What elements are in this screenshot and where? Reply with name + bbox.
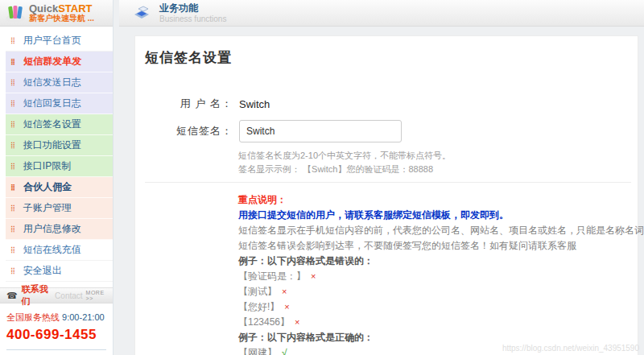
sidebar-item-label: 合伙人佣金 [23, 180, 72, 194]
sidebar-item-sms-bulk-send[interactable]: ⣿短信群发单发 [6, 52, 113, 72]
username-value: Switch [239, 98, 270, 110]
topbar-title: 业务功能 [159, 2, 226, 14]
sidebar-item-send-log[interactable]: ⣿短信发送日志 [6, 72, 113, 93]
signature-hints: 短信签名长度为2-10个中英文字符，不能带标点符号。 签名显示示例： 【Swit… [238, 149, 451, 176]
grid-bullet-icon: ⣿ [10, 122, 15, 128]
signature-hint-length: 短信签名长度为2-10个中英文字符，不能带标点符号。 [238, 149, 451, 163]
sidebar-item-partner-commission[interactable]: ⣿合伙人佣金 [6, 177, 113, 198]
contact-more-link[interactable]: MORE >> [86, 290, 109, 301]
topbar-subtitle: Business functions [159, 14, 226, 23]
cross-mark-icon: × [311, 271, 316, 281]
logo-title-gray: Quick [29, 2, 58, 14]
contact-header: ☎ 联系我们 Contact MORE >> [0, 287, 113, 303]
contact-title: 联系我们 [22, 283, 52, 308]
sidebar-item-api-settings[interactable]: ⣿接口功能设置 [6, 135, 113, 156]
grid-bullet-icon: ⣿ [10, 101, 15, 107]
logo-bar: QuickSTART 新客户快速导航 ... [0, 0, 113, 27]
wrong-example-text: 【123456】 [238, 316, 290, 328]
contact-body: 全国服务热线 9:00-21:00 400-699-1455 在线企业QQ： 4… [0, 303, 113, 355]
sidebar-item-label: 接口IP限制 [23, 159, 71, 173]
main-content-panel: 短信签名设置 用 户 名： Switch 短信签名： 短信签名长度为2-10个中… [134, 35, 638, 355]
sidebar-item-label: 短信在线充值 [23, 243, 81, 257]
notes-paragraph-2: 短信签名错误会影响到达率，不要随便签写您的短信签名！如有疑问请联系客服 [238, 238, 644, 254]
sidebar-item-label: 安全退出 [23, 264, 62, 278]
grid-bullet-icon: ⣿ [10, 142, 15, 149]
sidebar-item-label: 用户平台首页 [23, 34, 81, 47]
logo-text: QuickSTART 新客户快速导航 ... [29, 3, 94, 23]
notes-section: 重点说明： 用接口提交短信的用户，请联系客服绑定短信模板，即发即到。 短信签名显… [238, 192, 644, 355]
sidebar-item-label: 短信签名设置 [23, 118, 81, 131]
sidebar-item-api-ip-limit[interactable]: ⣿接口IP限制 [6, 156, 113, 177]
grid-bullet-icon: ⣿ [10, 226, 15, 233]
sidebar-item-reply-log[interactable]: ⣿短信回复日志 [6, 93, 113, 114]
telephone-icon: ☎ [6, 291, 18, 301]
grid-bullet-icon: ⣿ [10, 38, 15, 44]
logo-subtitle: 新客户快速导航 ... [29, 14, 94, 23]
hotline-label: 全国服务热线 [6, 312, 60, 322]
notes-subheading: 用接口提交短信的用户，请联系客服绑定短信模板，即发即到。 [238, 208, 644, 223]
cross-mark-icon: × [282, 287, 287, 296]
signature-input[interactable] [239, 120, 402, 142]
sidebar-item-label: 短信回复日志 [23, 97, 81, 110]
wrong-example-item: 【测试】× [238, 284, 644, 299]
grid-bullet-icon: ⣿ [10, 205, 15, 212]
topbar-text: 业务功能 Business functions [159, 2, 226, 23]
signature-label: 短信签名： [135, 124, 233, 138]
contact-title-en: Contact [55, 291, 82, 300]
books-icon [5, 3, 26, 23]
watermark: https://blog.csdn.net/weixin_43951590 [502, 344, 639, 353]
username-label: 用 户 名： [135, 97, 233, 111]
wrong-example-text: 【测试】 [238, 286, 277, 297]
notes-heading: 重点说明： [238, 192, 644, 208]
grid-bullet-icon: ⣿ [10, 247, 15, 254]
grid-bullet-icon: ⣿ [10, 59, 15, 65]
logo-title-orange: START [58, 2, 92, 14]
sidebar-item-label: 用户信息修改 [23, 222, 81, 236]
sidebar-item-label: 接口功能设置 [23, 138, 81, 152]
sidebar-item-label: 短信发送日志 [23, 76, 81, 89]
sidebar-item-signature-settings[interactable]: ⣿短信签名设置 [6, 114, 113, 135]
sidebar-item-label: 短信群发单发 [23, 55, 81, 68]
signature-row: 短信签名： [135, 120, 402, 142]
sidebar-item-label: 子账户管理 [23, 201, 72, 215]
grid-bullet-icon: ⣿ [10, 163, 15, 170]
wrong-examples-heading: 例子：以下内容格式是错误的： [238, 254, 644, 269]
wrong-example-text: 【您好!】 [238, 301, 279, 312]
sidebar-menu: ⣿用户平台首页 ⣿短信群发单发 ⣿短信发送日志 ⣿短信回复日志 ⣿短信签名设置 … [0, 27, 113, 282]
sidebar-item-logout[interactable]: ⣿安全退出 [6, 261, 113, 282]
grid-bullet-icon: ⣿ [10, 80, 15, 86]
topbar: 业务功能 Business functions [119, 0, 644, 27]
contact-section: ☎ 联系我们 Contact MORE >> 全国服务热线 9:00-21:00… [0, 287, 113, 355]
wrong-example-item: 【验证码是：】× [238, 269, 644, 284]
sidebar: QuickSTART 新客户快速导航 ... ⣿用户平台首页 ⣿短信群发单发 ⣿… [0, 0, 114, 355]
sidebar-item-online-recharge[interactable]: ⣿短信在线充值 [6, 240, 113, 261]
username-row: 用 户 名： Switch [135, 97, 270, 111]
right-example-text: 【网建】 [238, 347, 277, 355]
page: QuickSTART 新客户快速导航 ... ⣿用户平台首页 ⣿短信群发单发 ⣿… [0, 0, 644, 355]
hotline-hours: 9:00-21:00 [62, 312, 105, 322]
logo-title: QuickSTART [29, 3, 94, 14]
check-mark-icon: √ [282, 347, 287, 355]
sidebar-item-user-info-edit[interactable]: ⣿用户信息修改 [6, 219, 113, 240]
cross-mark-icon: × [284, 302, 289, 312]
blue-box-icon [132, 3, 151, 23]
sidebar-item-user-home[interactable]: ⣿用户平台首页 [6, 31, 113, 52]
notes-paragraph-1: 短信签名显示在手机短信内容的前，代表您的公司名、网站名、项目名或姓名，只能是名称… [238, 223, 644, 238]
wrong-example-item: 【123456】× [238, 315, 644, 330]
hotline-line: 全国服务热线 9:00-21:00 [6, 312, 106, 324]
grid-bullet-icon: ⣿ [10, 184, 15, 191]
wrong-example-item: 【您好!】× [238, 299, 644, 315]
sidebar-item-subaccount-management[interactable]: ⣿子账户管理 [6, 198, 113, 219]
page-title: 短信签名设置 [135, 36, 638, 67]
hotline-number: 400-699-1455 [6, 327, 106, 343]
content-divider [145, 182, 631, 183]
signature-hint-example: 签名显示示例： 【Switch】您的验证码是：88888 [238, 163, 451, 176]
cross-mark-icon: × [295, 317, 299, 327]
grid-bullet-icon: ⣿ [10, 268, 15, 275]
contact-divider [6, 349, 106, 350]
wrong-example-text: 【验证码是：】 [238, 270, 306, 282]
